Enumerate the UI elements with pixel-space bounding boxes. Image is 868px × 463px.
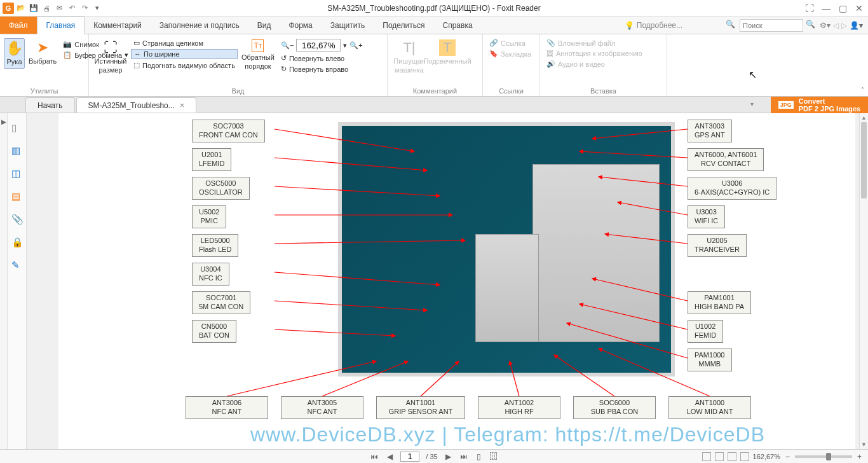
bookmarks-panel-icon[interactable]: ▥: [11, 145, 23, 156]
group-label-comment: Комментарий: [388, 87, 482, 95]
signatures-panel-icon[interactable]: ✎: [11, 259, 23, 271]
print-icon[interactable]: 🖨: [41, 3, 52, 14]
fit-visible-button[interactable]: ⬚Подогнать видимую область: [131, 60, 238, 70]
document-viewport[interactable]: SOC7003FRONT CAM CON U2001LFEMID OSC5000…: [27, 113, 868, 449]
page-number-input[interactable]: [400, 452, 419, 462]
close-icon[interactable]: ✕: [853, 2, 865, 15]
view-mode-3-icon[interactable]: [728, 452, 736, 461]
vertical-scrollbar[interactable]: [859, 113, 868, 449]
image-annot-button[interactable]: 🖼Аннотация к изображению: [544, 49, 644, 58]
zoom-input[interactable]: [296, 39, 341, 52]
tab-help[interactable]: Справка: [434, 17, 482, 34]
open-icon[interactable]: 📂: [15, 3, 27, 14]
attachments-panel-icon[interactable]: 📎: [11, 214, 23, 225]
menubar: Файл Главная Комментарий Заполнение и по…: [0, 17, 868, 34]
camera-icon: 📷: [63, 40, 72, 48]
tab-form[interactable]: Форма: [280, 17, 321, 34]
hand-label: Рука: [6, 58, 22, 66]
pages-panel-icon[interactable]: ▯: [11, 122, 23, 134]
select-label: Выбрать: [29, 57, 57, 66]
tab-home[interactable]: Главная: [37, 17, 85, 34]
tab-comment[interactable]: Комментарий: [85, 17, 151, 34]
learn-more-link[interactable]: Подробнее...: [637, 21, 682, 30]
next-page-button[interactable]: ▶: [444, 452, 452, 461]
tab-protect[interactable]: Защитить: [322, 17, 374, 34]
hand-tool-button[interactable]: ✋ Рука: [4, 38, 25, 69]
search-input[interactable]: [740, 19, 803, 32]
nav-fwd-icon[interactable]: ▷: [841, 21, 847, 30]
zoom-out-icon[interactable]: 🔍−: [281, 41, 294, 50]
tab-fill-sign[interactable]: Заполнение и подпись: [151, 17, 248, 34]
label-cn5000: CN5000BAT CON: [192, 320, 236, 343]
view-mode-1-icon[interactable]: [702, 452, 711, 461]
tabs-dropdown-icon[interactable]: ▾: [750, 100, 754, 107]
zoom-in-icon[interactable]: 🔍+: [349, 41, 362, 50]
highlight-button[interactable]: T Подсвеченный: [430, 38, 465, 67]
zoom-in-status-icon[interactable]: +: [856, 452, 863, 461]
search-go-icon[interactable]: 🔍: [806, 20, 817, 31]
save-icon[interactable]: 💾: [28, 3, 39, 14]
typewriter-button[interactable]: T| Пишущая машинка: [391, 38, 427, 76]
single-page-icon[interactable]: ▯: [475, 452, 482, 461]
zoom-dropdown-icon[interactable]: ▾: [343, 41, 347, 50]
learn-more-icon[interactable]: 💡: [625, 21, 634, 30]
tab-close-icon[interactable]: ×: [180, 100, 185, 110]
convert-icon: JPG: [778, 101, 794, 109]
tab-view[interactable]: Вид: [248, 17, 280, 34]
navigation-sidebar: ▯ ▥ ◫ ▤ 📎 🔒 ✎: [8, 113, 27, 449]
zoom-label: 162,67%: [753, 453, 780, 460]
settings-dropdown-icon[interactable]: ⚙▾: [820, 21, 831, 30]
label-u2001: U2001LFEMID: [192, 148, 231, 171]
layers-panel-icon[interactable]: ◫: [11, 168, 23, 179]
actual-size-button[interactable]: ⛶ Истинный размер: [93, 38, 128, 76]
view-mode-4-icon[interactable]: [740, 452, 749, 461]
audio-icon: 🔊: [546, 60, 555, 68]
email-icon[interactable]: ✉: [53, 3, 65, 14]
user-icon[interactable]: 👤▾: [850, 21, 863, 30]
label-u2005: U2005TRANCEIVER: [688, 234, 747, 257]
view-mode-2-icon[interactable]: [715, 452, 724, 461]
security-panel-icon[interactable]: 🔒: [11, 237, 23, 248]
convert-banner[interactable]: JPG Convert PDF 2 JPG Images: [771, 97, 868, 113]
zoom-slider[interactable]: [795, 455, 852, 458]
redo-icon[interactable]: ↷: [79, 3, 90, 14]
qat-dropdown-icon[interactable]: ▾: [92, 3, 103, 14]
fit-width-button[interactable]: ↔По ширине: [131, 49, 238, 59]
highlight-icon: T: [439, 39, 455, 56]
maximize-icon[interactable]: ▢: [836, 2, 849, 15]
continuous-page-icon[interactable]: ⿲: [489, 452, 499, 461]
attachment-button[interactable]: 📎Вложенный файл: [544, 38, 644, 48]
comments-panel-icon[interactable]: ▤: [11, 191, 23, 202]
rotate-right-button[interactable]: ↻Повернуть вправо: [278, 64, 365, 74]
minimize-icon[interactable]: ―: [820, 2, 832, 15]
undo-icon[interactable]: ↶: [66, 3, 78, 14]
select-tool-button[interactable]: ➤ Выбрать: [27, 38, 58, 67]
link-button[interactable]: 🔗Ссылка: [487, 38, 534, 48]
last-page-button[interactable]: ⏭: [459, 452, 469, 461]
rotate-left-button[interactable]: ↺Повернуть влево: [278, 53, 365, 63]
file-tab[interactable]: Файл: [0, 17, 37, 34]
first-page-button[interactable]: ⏮: [369, 452, 379, 461]
pcb-shield-large: [532, 164, 660, 342]
full-page-button[interactable]: ▭Страница целиком: [131, 38, 238, 48]
reflow-button[interactable]: Tт Обратный порядок: [240, 38, 276, 72]
zoom-out-status-icon[interactable]: −: [784, 452, 791, 461]
app-icon: G: [3, 3, 14, 14]
scrollbar-thumb[interactable]: [861, 122, 867, 198]
tab-document[interactable]: SM-A325M_Troublesho... ×: [76, 97, 197, 113]
bookmark-button[interactable]: 🔖Закладка: [487, 49, 534, 59]
audio-video-button[interactable]: 🔊Аудио и видео: [544, 59, 644, 69]
page-icon: ▭: [133, 39, 140, 47]
label-ant6000: ANT6000, ANT6001RCV CONTACT: [688, 148, 764, 171]
tab-share[interactable]: Поделиться: [374, 17, 433, 34]
tab-start[interactable]: Начать: [25, 97, 75, 113]
label-u3004: U3004NFC IC: [192, 263, 229, 286]
sidebar-toggle[interactable]: ▶: [0, 113, 8, 449]
label-pam1001: PAM1001HIGH BAND PA: [688, 291, 751, 314]
prev-page-button[interactable]: ◀: [386, 452, 394, 461]
nav-back-icon[interactable]: ◁: [833, 21, 839, 30]
ribbon-collapse-icon[interactable]: ˄: [861, 86, 864, 93]
search-doc-icon[interactable]: 🔍: [726, 20, 737, 31]
ribbon-options-icon[interactable]: ⛶: [803, 2, 816, 15]
group-label-insert: Вставка: [540, 87, 667, 95]
